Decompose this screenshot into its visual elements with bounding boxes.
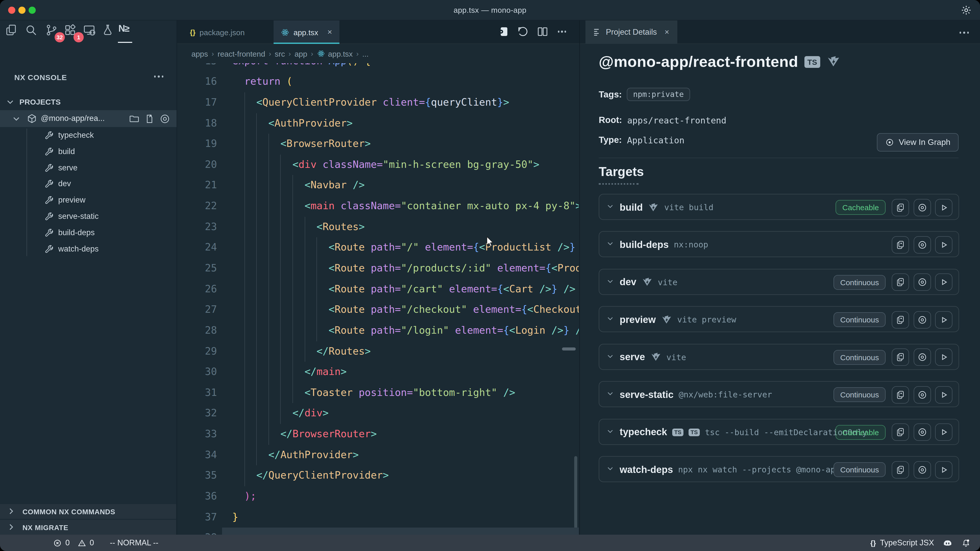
code-text: <AuthProvider> xyxy=(232,113,353,134)
tab-package.json[interactable]: {}package.json xyxy=(183,21,252,44)
target-name: watch-deps xyxy=(620,464,673,475)
split-editor-icon[interactable] xyxy=(536,25,549,38)
copy-task-button[interactable] xyxy=(892,274,909,291)
code-line: 19 <BrowserRouter> xyxy=(177,134,579,154)
view-target-button[interactable] xyxy=(913,311,931,329)
chevron-down-icon[interactable] xyxy=(608,392,613,395)
sidebar-more-actions[interactable] xyxy=(154,76,163,77)
code-line: 24 <Route path="/" element={<ProductList… xyxy=(177,238,579,258)
errors-icon[interactable] xyxy=(53,538,62,547)
chevron-down-icon[interactable] xyxy=(608,279,613,283)
breadcrumb-item-apps[interactable]: apps xyxy=(191,49,208,58)
activity-bar-item-source-control[interactable]: 32 xyxy=(45,24,60,39)
copy-task-button[interactable] xyxy=(892,236,909,254)
activity-bar-item-nx-console[interactable]: N≥ xyxy=(118,24,134,39)
editor-actions xyxy=(498,25,568,38)
view-in-graph-button[interactable]: View In Graph xyxy=(877,133,959,151)
typescript-badge-icon: TS xyxy=(672,428,683,436)
activity-bar-item-remote-explorer[interactable] xyxy=(83,24,98,39)
vscode-window: app.tsx — mono-app 321N≥ NX CONSOLE PROJ… xyxy=(0,0,980,551)
run-target-button[interactable] xyxy=(935,386,953,403)
chevron-down-icon[interactable] xyxy=(608,354,613,358)
close-icon[interactable]: × xyxy=(665,27,669,37)
gear-icon[interactable] xyxy=(961,5,972,16)
breadcrumb-label: apps xyxy=(191,49,208,58)
projects-section-header[interactable]: PROJECTS xyxy=(0,94,177,110)
sidebar-item-project[interactable]: @mono-app/rea... xyxy=(0,110,177,127)
chevron-down-icon[interactable] xyxy=(608,317,613,321)
run-target-button[interactable] xyxy=(935,349,953,366)
view-target-button[interactable] xyxy=(913,461,931,478)
notifications-bell-icon[interactable] xyxy=(961,538,971,548)
targets-heading: Targets xyxy=(599,164,644,179)
activity-bar-item-testing[interactable] xyxy=(101,24,116,39)
errors-count[interactable]: 0 xyxy=(65,538,70,548)
copy-task-button[interactable] xyxy=(892,311,909,329)
breadcrumb-item-app.tsx[interactable]: app.tsx xyxy=(317,49,353,58)
active-view-underline xyxy=(118,42,132,43)
tab-app.tsx[interactable]: app.tsx× xyxy=(274,21,339,44)
chevron-down-icon[interactable] xyxy=(608,205,613,208)
package-icon xyxy=(27,113,37,124)
language-mode[interactable]: {} TypeScript JSX xyxy=(870,538,934,548)
breadcrumb-item-app[interactable]: app xyxy=(294,49,307,58)
run-target-button[interactable] xyxy=(935,311,953,329)
warnings-icon[interactable] xyxy=(77,538,86,547)
copy-task-button[interactable] xyxy=(892,386,909,403)
code-line: 16 return ( xyxy=(177,71,579,92)
code-text: export function App() { xyxy=(232,63,371,72)
open-project-details-icon[interactable] xyxy=(498,25,510,38)
copy-task-button[interactable] xyxy=(892,461,909,478)
copy-task-button[interactable] xyxy=(892,349,909,366)
run-target-button[interactable] xyxy=(935,424,953,441)
panel-more-actions[interactable] xyxy=(959,32,969,33)
tab-project-details[interactable]: Project Details × xyxy=(585,21,677,44)
view-target-button[interactable] xyxy=(913,424,931,441)
code-line: 33 </BrowserRouter> xyxy=(177,424,579,445)
run-target-button[interactable] xyxy=(935,199,953,216)
refresh-icon[interactable] xyxy=(517,25,529,38)
breadcrumb-item-...[interactable]: ... xyxy=(362,49,369,58)
folder-icon[interactable] xyxy=(129,113,140,124)
run-target-button[interactable] xyxy=(935,461,953,478)
code-line: 38 xyxy=(177,528,579,535)
chevron-right-icon xyxy=(9,524,13,530)
copy-task-button[interactable] xyxy=(892,199,909,216)
code-editor[interactable]: 15export function App() {16 return (17 <… xyxy=(177,63,579,535)
target-icon[interactable] xyxy=(159,113,170,124)
activity-bar-item-extensions[interactable]: 1 xyxy=(64,24,79,39)
vim-mode-indicator[interactable]: -- NORMAL -- xyxy=(110,538,159,548)
breadcrumb-label: react-frontend xyxy=(218,49,265,58)
code-line: 15export function App() { xyxy=(177,63,579,71)
view-target-button[interactable] xyxy=(913,236,931,254)
copy-task-button[interactable] xyxy=(892,424,909,441)
run-target-button[interactable] xyxy=(935,236,953,254)
view-target-button[interactable] xyxy=(913,349,931,366)
breadcrumb-item-src[interactable]: src xyxy=(275,49,285,58)
close-icon[interactable]: × xyxy=(328,27,332,37)
activity-bar-item-explorer[interactable] xyxy=(5,24,20,39)
view-target-button[interactable] xyxy=(913,199,931,216)
line-number: 18 xyxy=(177,113,217,134)
code-line: 22 <main className="container mx-auto px… xyxy=(177,196,579,217)
chevron-down-icon[interactable] xyxy=(608,242,613,246)
tree-item-label: build-deps xyxy=(58,228,95,237)
activity-bar-item-search[interactable] xyxy=(24,24,40,39)
more-actions-icon[interactable] xyxy=(556,25,568,38)
tab-label: app.tsx xyxy=(293,28,318,37)
view-target-button[interactable] xyxy=(913,274,931,291)
sidebar-section-common-nx-commands[interactable]: COMMON NX COMMANDS xyxy=(0,504,176,519)
vite-icon xyxy=(641,277,653,288)
line-number: 34 xyxy=(177,445,217,465)
chevron-down-icon[interactable] xyxy=(608,467,613,470)
run-target-button[interactable] xyxy=(935,274,953,291)
chevron-down-icon[interactable] xyxy=(608,429,613,433)
breadcrumb-item-react-frontend[interactable]: react-frontend xyxy=(218,49,265,58)
target-card-dev: devviteContinuous xyxy=(599,269,959,295)
go-to-file-icon[interactable] xyxy=(144,113,155,124)
warnings-count[interactable]: 0 xyxy=(89,538,94,548)
target-card-typecheck: typecheckTSTStsc --build --emitDeclarati… xyxy=(599,419,959,445)
copilot-icon[interactable] xyxy=(942,537,953,548)
view-target-button[interactable] xyxy=(913,386,931,403)
sidebar-section-nx-migrate[interactable]: NX MIGRATE xyxy=(0,520,176,535)
